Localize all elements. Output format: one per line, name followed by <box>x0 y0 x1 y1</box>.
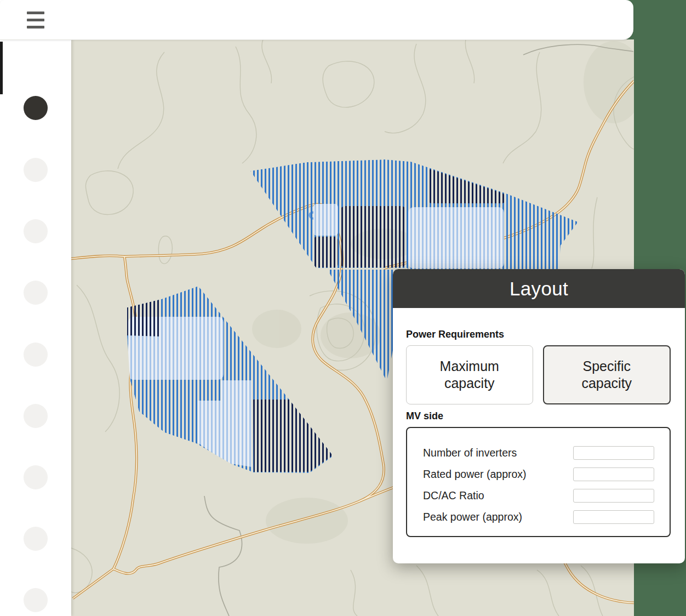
peak-power-input[interactable] <box>573 510 654 524</box>
sidebar-item-step-8[interactable] <box>24 527 48 551</box>
sidebar-item-step-6[interactable] <box>24 404 48 428</box>
sidebar-item-step-5[interactable] <box>24 343 48 367</box>
layout-panel: Layout Power Requirements Maximum capaci… <box>393 269 685 563</box>
mv-row-inverters: Number of inverters <box>423 442 654 464</box>
mv-side-label: MV side <box>406 410 671 422</box>
mv-row-rated-power: Rated power (approx) <box>423 464 654 485</box>
solar-subarea-pale-north-2[interactable] <box>408 207 504 269</box>
sidebar-item-step-4[interactable] <box>24 281 48 305</box>
rated-power-label: Rated power (approx) <box>423 468 573 481</box>
number-of-inverters-input[interactable] <box>573 446 654 460</box>
sidebar-item-step-7[interactable] <box>24 465 48 489</box>
active-step-indicator <box>0 42 3 94</box>
power-requirements-options: Maximum capacity Specific capacity <box>406 345 671 404</box>
solar-subarea-pale-north-1[interactable] <box>313 204 338 236</box>
app-window: Layout Power Requirements Maximum capaci… <box>0 0 686 616</box>
layout-panel-header: Layout <box>393 269 685 308</box>
sidebar-item-step-2[interactable] <box>24 158 48 182</box>
mv-side-fieldset: Number of inverters Rated power (approx)… <box>406 427 671 537</box>
top-bar <box>0 0 633 40</box>
dcac-ratio-input[interactable] <box>573 489 654 503</box>
solar-subarea-navy-north-3[interactable] <box>313 237 338 267</box>
rated-power-input[interactable] <box>573 467 654 481</box>
specific-capacity-button[interactable]: Specific capacity <box>543 345 671 404</box>
sidebar-item-step-3[interactable] <box>24 219 48 243</box>
layout-panel-body: Power Requirements Maximum capacity Spec… <box>393 308 685 537</box>
sidebar-nav <box>0 39 71 616</box>
number-of-inverters-label: Number of inverters <box>423 447 573 459</box>
peak-power-label: Peak power (approx) <box>423 511 573 523</box>
panel-title: Layout <box>510 278 568 300</box>
mv-row-peak-power: Peak power (approx) <box>423 506 654 528</box>
dcac-ratio-label: DC/AC Ratio <box>423 489 573 502</box>
sidebar-item-step-1[interactable] <box>24 96 48 120</box>
power-requirements-label: Power Requirements <box>406 329 671 340</box>
solar-subarea-navy-north-2[interactable] <box>340 206 407 267</box>
hamburger-menu-icon[interactable] <box>27 12 44 28</box>
sidebar-item-step-9[interactable] <box>24 588 48 612</box>
maximum-capacity-button[interactable]: Maximum capacity <box>406 345 533 404</box>
mv-row-dcac-ratio: DC/AC Ratio <box>423 485 654 506</box>
